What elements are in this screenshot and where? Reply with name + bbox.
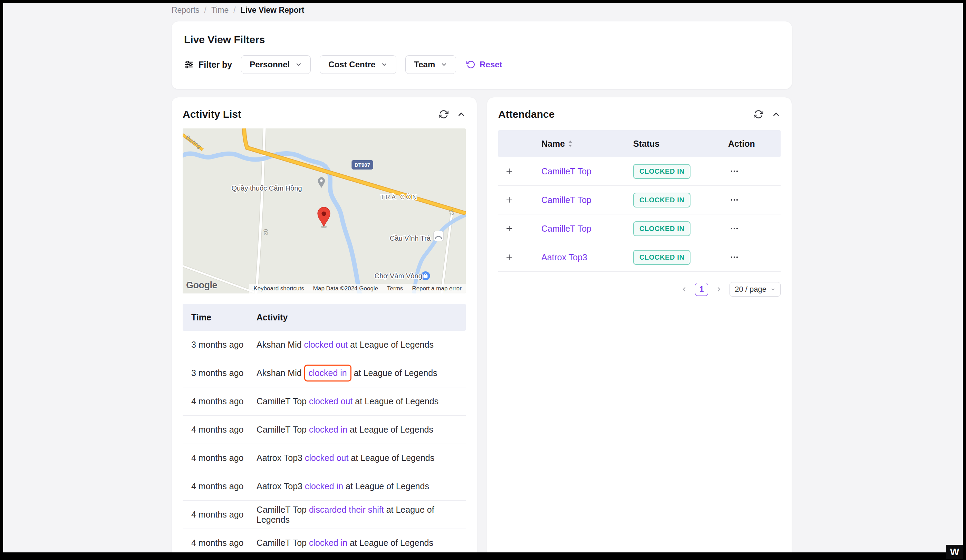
activity-list-panel: Activity List <box>172 97 477 552</box>
chevron-up-icon <box>457 110 466 119</box>
report-map-error-link[interactable]: Report a map error <box>412 285 462 292</box>
activity-text: CamilleT Top clocked in at League of Leg… <box>256 538 466 548</box>
activity-list-title: Activity List <box>182 108 242 120</box>
filter-by-label-group: Filter by <box>184 60 232 70</box>
time-column-header: Time <box>182 312 256 322</box>
activity-time: 4 months ago <box>182 538 256 548</box>
activity-location: at League of Legends <box>354 368 437 378</box>
bridge-icon <box>434 231 444 241</box>
personnel-filter-dropdown[interactable]: Personnel <box>241 55 311 74</box>
attendance-table-header: Name Status Action <box>498 130 780 157</box>
activity-time: 4 months ago <box>182 396 256 406</box>
expand-row-button[interactable] <box>498 254 520 261</box>
activity-action-link[interactable]: discarded their shift <box>309 505 384 514</box>
activity-actor: CamilleT Top <box>256 505 307 514</box>
collapse-panel-button[interactable] <box>772 110 780 119</box>
chevron-right-icon <box>716 286 722 292</box>
breadcrumb-reports[interactable]: Reports <box>172 5 200 15</box>
activity-time: 3 months ago <box>182 368 256 378</box>
breadcrumb-time[interactable]: Time <box>211 5 228 15</box>
activity-action-link[interactable]: clocked in <box>309 425 347 434</box>
row-actions-button[interactable] <box>728 197 741 204</box>
terms-link[interactable]: Terms <box>387 285 403 292</box>
activity-text: Akshan Mid clocked in at League of Legen… <box>256 367 466 379</box>
activity-row: 4 months ago CamilleT Top discarded thei… <box>182 501 466 529</box>
activity-location: at League of Legends <box>350 538 433 548</box>
activity-text: Aatrox Top3 clocked out at League of Leg… <box>256 453 466 463</box>
activity-action-link[interactable]: clocked out <box>304 340 348 350</box>
activity-row: 4 months ago Aatrox Top3 clocked in at L… <box>182 472 466 501</box>
activity-location: at League of Legends <box>350 340 434 350</box>
status-badge: CLOCKED IN <box>633 250 690 265</box>
expand-row-button[interactable] <box>498 197 520 204</box>
market-icon <box>421 271 430 280</box>
team-filter-dropdown[interactable]: Team <box>405 55 456 74</box>
collapse-panel-button[interactable] <box>457 110 466 119</box>
attendance-name-link[interactable]: Aatrox Top3 <box>541 252 633 263</box>
more-dots-icon <box>730 170 738 172</box>
refresh-icon <box>754 110 763 119</box>
more-dots-icon <box>730 227 738 230</box>
activity-table: Time Activity 3 months ago Akshan Mid cl… <box>182 304 466 552</box>
status-badge: CLOCKED IN <box>633 193 690 207</box>
previous-page-button[interactable] <box>680 285 689 294</box>
activity-time: 4 months ago <box>182 425 256 435</box>
reset-icon <box>467 60 475 69</box>
status-column-header: Status <box>633 139 728 149</box>
attendance-name-link[interactable]: CamilleT Top <box>541 224 633 234</box>
expand-row-button[interactable] <box>498 225 520 232</box>
page-size-select[interactable]: 20 / page <box>729 282 780 297</box>
activity-text: CamilleT Top discarded their shift at Le… <box>256 505 466 525</box>
attendance-name-link[interactable]: CamilleT Top <box>541 166 633 176</box>
activity-location: at League of Legends <box>346 481 429 491</box>
chevron-down-icon <box>440 61 447 68</box>
activity-text: Akshan Mid clocked out at League of Lege… <box>256 340 466 350</box>
activity-time: 4 months ago <box>182 509 256 520</box>
keyboard-shortcuts-link[interactable]: Keyboard shortcuts <box>253 285 304 292</box>
route-badge: DT907 <box>352 160 373 169</box>
refresh-button[interactable] <box>754 110 763 119</box>
activity-action-link[interactable]: clocked out <box>305 453 348 463</box>
row-actions-button[interactable] <box>728 225 741 232</box>
activity-row: 4 months ago Aatrox Top3 clocked out at … <box>182 444 466 472</box>
sliders-icon <box>184 60 194 69</box>
map-poi-label: Quầy thuốc Cẩm Hồng <box>231 184 302 192</box>
page-number-button[interactable]: 1 <box>695 283 708 296</box>
activity-action-link[interactable]: clocked in <box>305 481 343 491</box>
activity-location: at League of Legends <box>350 425 433 434</box>
activity-location: at League of Legends <box>355 396 439 406</box>
row-actions-button[interactable] <box>728 168 741 175</box>
name-column-sort[interactable]: Name <box>541 139 633 149</box>
attendance-name-link[interactable]: CamilleT Top <box>541 195 633 205</box>
plus-icon <box>506 197 513 204</box>
refresh-button[interactable] <box>439 110 449 119</box>
team-filter-label: Team <box>414 60 435 69</box>
chevron-left-icon <box>681 286 687 292</box>
breadcrumb: Reports / Time / Live View Report <box>3 3 963 15</box>
activity-time: 4 months ago <box>182 481 256 491</box>
activity-action-link[interactable]: clocked out <box>309 396 353 406</box>
pagination: 1 20 / page <box>498 282 780 297</box>
status-badge: CLOCKED IN <box>633 164 690 179</box>
breadcrumb-current: Live View Report <box>241 5 304 15</box>
attendance-panel: Attendance <box>487 97 792 552</box>
refresh-icon <box>439 110 449 119</box>
expand-row-button[interactable] <box>498 168 520 175</box>
plus-icon <box>506 225 513 232</box>
google-map[interactable]: Đường 02 32 DT907 TRÀ CÔN Quầy thuốc Cẩm… <box>182 128 466 294</box>
attendance-row: CamilleT Top CLOCKED IN <box>498 186 780 214</box>
row-actions-button[interactable] <box>728 254 741 261</box>
cost-centre-filter-dropdown[interactable]: Cost Centre <box>320 55 396 74</box>
next-page-button[interactable] <box>714 285 723 294</box>
breadcrumb-separator: / <box>233 5 235 15</box>
activity-text: CamilleT Top clocked out at League of Le… <box>256 396 466 406</box>
attendance-row: Aatrox Top3 CLOCKED IN <box>498 243 780 272</box>
plus-icon <box>506 254 513 261</box>
chevron-down-icon <box>295 61 302 68</box>
activity-action-link[interactable]: clocked in <box>309 538 347 548</box>
page-size-value: 20 / page <box>735 285 766 294</box>
reset-filters-button[interactable]: Reset <box>467 60 502 69</box>
activity-action-link-highlighted[interactable]: clocked in <box>304 365 352 381</box>
filter-by-label: Filter by <box>199 60 232 70</box>
map-attribution: Keyboard shortcuts Map Data ©2024 Google… <box>249 284 466 294</box>
